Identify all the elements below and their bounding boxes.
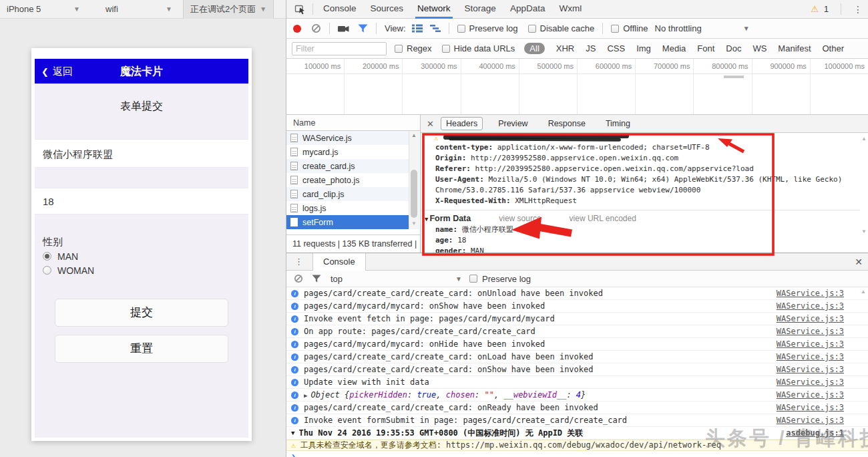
console-info-row[interactable]: ipages/card/mycard/mycard: onShow have b… [286,300,868,313]
filter-icon[interactable] [358,24,368,33]
filter-type-media[interactable]: Media [662,43,686,53]
scroll-down-icon[interactable]: ▼ [861,228,867,235]
scroll-down-icon[interactable]: ▼ [411,220,417,226]
scroll-up-icon[interactable]: ▲ [861,136,867,142]
source-link[interactable]: WAService.js:3 [777,377,844,387]
tab-storage[interactable]: Storage [463,0,498,19]
expand-triangle-icon[interactable]: ▶ [304,392,307,399]
inspect-element-icon[interactable] [294,3,306,15]
filter-type-font[interactable]: Font [697,43,714,53]
source-link[interactable]: WAService.js:3 [777,314,844,323]
execution-context-select[interactable]: top [331,274,343,284]
console-tab[interactable]: Console [312,253,366,271]
source-link[interactable]: WAService.js:3 [777,289,844,298]
reset-button[interactable]: 重置 [55,335,228,363]
source-link[interactable]: WAService.js:3 [777,403,844,412]
filter-type-other[interactable]: Other [823,43,845,53]
details-tab-response[interactable]: Response [544,118,590,130]
console-info-row[interactable]: ipages/card/create_card/create_card: onU… [286,287,868,300]
filter-type-xhr[interactable]: XHR [556,43,574,53]
drawer-menu-icon[interactable]: ⋮ [294,257,303,267]
request-row[interactable]: mycard.js [286,145,411,159]
filter-type-css[interactable]: CSS [607,43,625,53]
details-tab-timing[interactable]: Timing [601,118,635,130]
request-row[interactable]: logs.js [286,201,411,215]
clear-icon[interactable] [311,23,321,33]
filter-input[interactable] [292,42,387,55]
overflow-menu-icon[interactable]: ⋮ [853,4,863,15]
radio-button[interactable] [43,266,51,275]
disable-cache-checkbox[interactable] [528,25,536,33]
request-row[interactable]: create_photo.js [286,173,411,187]
scroll-up-icon[interactable]: ▲ [411,132,417,138]
warning-doc-link[interactable]: https://mp.weixin.qq.com/debug/wxadoc/de… [446,440,721,450]
collapse-triangle-icon[interactable]: ▼ [291,430,294,436]
request-row[interactable]: card_clip.js [286,187,411,201]
tab-sources[interactable]: Sources [369,0,406,19]
console-info-row[interactable]: ipages/card/create_card/create_card: onR… [286,402,868,414]
source-link[interactable]: WAService.js:3 [777,365,844,374]
filter-type-img[interactable]: Img [636,43,651,53]
age-input[interactable]: 18 [35,188,248,214]
name-input[interactable]: 微信小程序联盟 [35,139,248,168]
close-icon[interactable]: ✕ [427,119,434,129]
network-type-select[interactable]: wifi ▼ [99,0,179,19]
throttling-select[interactable]: No throttling [655,23,702,33]
view-list-icon[interactable] [412,24,423,33]
console-info-row[interactable]: iInvoke event fetch in page: pages/card/… [286,313,868,325]
tab-network[interactable]: Network [415,0,453,19]
tab-appdata[interactable]: AppData [508,0,548,19]
warning-icon[interactable]: ⚠ [811,4,819,14]
debug-pages-select[interactable]: 正在调试2个页面 ▼ [183,0,274,19]
filter-type-all[interactable]: All [524,43,544,54]
scrollbar[interactable]: ▲ ▼ [860,134,868,235]
scrollbar[interactable]: ▲ ▼ [409,131,419,229]
source-link[interactable]: WAService.js:3 [777,339,844,349]
triangle-down-icon[interactable]: ▼ [425,214,428,224]
console-prompt-icon[interactable]: ❯ [291,452,296,457]
console-info-row[interactable]: iOn app route: pages/card/create_card/cr… [286,325,868,338]
view-waterfall-icon[interactable] [430,24,441,33]
request-row[interactable]: setForm [286,215,411,229]
console-filter-icon[interactable] [312,275,321,283]
details-tab-preview[interactable]: Preview [493,118,532,130]
clear-console-icon[interactable] [294,274,303,283]
network-overview-timeline[interactable]: 100000 ms200000 ms300000 ms400000 ms5000… [286,59,868,115]
source-link[interactable]: WAService.js:3 [777,301,844,311]
view-source-link[interactable]: view source [499,213,541,224]
filter-type-manifest[interactable]: Manifest [778,43,811,53]
regex-checkbox[interactable] [395,45,403,53]
filter-type-doc[interactable]: Doc [726,43,741,53]
console-preserve-log-checkbox[interactable] [469,275,477,283]
hide-data-urls-checkbox[interactable] [442,45,450,53]
gender-option-man[interactable]: MAN [43,249,94,263]
filter-type-ws[interactable]: WS [752,43,767,53]
details-tab-headers[interactable]: Headers [441,117,483,130]
scroll-up-icon[interactable]: ▲ [861,289,866,295]
submit-button[interactable]: 提交 [55,299,228,327]
scrollbar-thumb[interactable] [411,170,417,218]
source-link[interactable]: WAService.js:3 [777,352,844,361]
console-info-row[interactable]: ipages/card/mycard/mycard: onHide have b… [286,338,868,351]
device-select[interactable]: iPhone 5 ▼ [0,0,87,19]
offline-checkbox[interactable] [611,25,619,33]
scrollbar[interactable]: ▲ [859,289,867,442]
request-row[interactable]: WAService.js [286,131,411,145]
console-info-row[interactable]: ipages/card/create_card/create_card: onS… [286,363,868,376]
filter-type-js[interactable]: JS [586,43,596,53]
console-object-row[interactable]: i▶Object {pickerHidden: true, chosen: ""… [286,389,868,402]
column-header-name[interactable]: Name [286,115,420,131]
radio-button[interactable] [43,252,51,261]
record-button[interactable] [293,25,301,33]
source-link[interactable]: WAService.js:3 [777,416,844,425]
console-info-row[interactable]: ipages/card/create_card/create_card: onL… [286,351,868,363]
close-icon[interactable]: ✕ [855,257,863,267]
gender-option-woman[interactable]: WOMAN [43,263,94,277]
preserve-log-checkbox[interactable] [457,25,465,33]
source-link[interactable]: WAService.js:3 [777,390,844,400]
view-url-encoded-link[interactable]: view URL encoded [570,213,636,224]
request-row[interactable]: create_card.js [286,159,411,173]
console-info-row[interactable]: iUpdate view with init dataWAService.js:… [286,376,868,389]
tab-console[interactable]: Console [321,0,359,19]
tab-wxml[interactable]: Wxml [557,0,584,19]
